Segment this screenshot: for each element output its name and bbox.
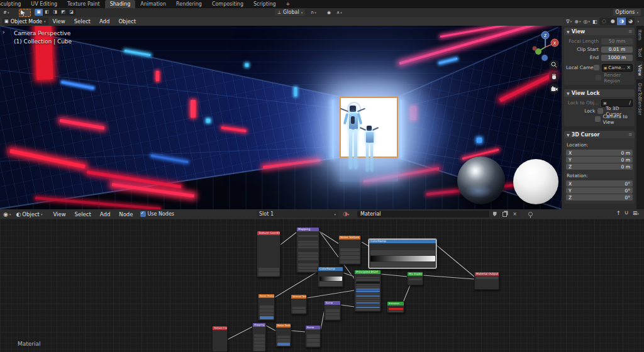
shading-rendered-icon[interactable]: ◕ (626, 18, 635, 25)
sidebar-tab-tool[interactable]: Tool (636, 44, 643, 61)
local-camera-field[interactable]: ▣ Came... × (602, 64, 633, 72)
local-camera-checkbox[interactable] (594, 65, 599, 70)
shader-type-dropdown[interactable]: ◐ Object▾ (16, 211, 42, 217)
shader-node-noise-texture[interactable]: Noise Texture (275, 323, 291, 347)
shader-node-texture-coordinate[interactable]: Texture Coordinate (257, 231, 280, 277)
shader-node-colorramp[interactable]: ColorRamp (369, 239, 436, 268)
proportional-edit-toggle[interactable]: ◉ (326, 9, 332, 16)
menu-view[interactable]: View (48, 18, 70, 25)
node-overlay-dropdown[interactable]: ⊞▾ (633, 210, 639, 216)
editor-type-dropdown[interactable]: ◉▾ (3, 211, 11, 217)
mode-dropdown[interactable]: ▣ Object Mode▾ (2, 18, 48, 25)
sidebar-tab-item[interactable]: Item (636, 26, 643, 44)
cursor-location-z[interactable]: Z0 m (566, 163, 633, 170)
active-tool-dropdown[interactable]: #▾ (2, 9, 10, 16)
zoom-button[interactable] (549, 60, 559, 70)
falloff-dropdown[interactable]: ∧▾ (335, 9, 343, 16)
material-name-field[interactable]: Material (357, 211, 489, 217)
tab-shading[interactable]: Shading (105, 0, 136, 8)
tab-rendering[interactable]: Rendering (171, 0, 207, 8)
view-section-header[interactable]: ▼View≡ (564, 28, 635, 35)
sidebar-tab-view[interactable]: View (636, 61, 643, 80)
toolbar-expand-arrow[interactable]: › (3, 29, 5, 35)
selectability-dropdown[interactable]: ∇▾ (566, 19, 572, 25)
overlays-dropdown[interactable]: ◎▾ (583, 19, 590, 25)
tab-sculpting[interactable]: Sculpting (0, 0, 26, 8)
menu-select[interactable]: Select (70, 18, 95, 25)
menu-object[interactable]: Object (114, 18, 140, 25)
transform-orientation-dropdown[interactable]: ⊥ Global▾ (275, 9, 305, 16)
navigation-gizmo[interactable]: Z X (530, 28, 560, 63)
shader-menu-add[interactable]: Add (96, 211, 114, 217)
gizmo-minus-z-axis[interactable] (541, 55, 548, 61)
view-lock-header[interactable]: ▼View Lock (564, 89, 635, 97)
shader-node-mix-shader[interactable]: Mix Shader (407, 272, 423, 285)
use-nodes-checkbox[interactable] (140, 211, 146, 217)
go-to-parent-icon[interactable]: ↑ (616, 210, 621, 216)
shading-options-caret[interactable]: ▾ (637, 19, 639, 23)
shader-menu-view[interactable]: View (48, 211, 70, 217)
select-mode-box-icon[interactable]: ◧ (43, 9, 51, 16)
shader-menu-node[interactable]: Node (114, 211, 137, 217)
node-row-field (277, 336, 290, 339)
tab-compositing[interactable]: Compositing (207, 0, 248, 8)
options-dropdown[interactable]: Options▾ (613, 9, 641, 16)
shader-node-texture-coordinate[interactable]: Texture Coordinate (212, 326, 228, 352)
select-mode-paint-icon[interactable]: ◪ (67, 9, 75, 16)
camera-view-button[interactable] (549, 84, 559, 94)
tab-scripting[interactable]: Scripting (248, 0, 281, 8)
viewport-scene[interactable]: › Camera Perspective (1) Collection | Cu… (0, 26, 562, 209)
xray-toggle[interactable]: ◧ (592, 19, 597, 25)
clear-camera-icon[interactable]: × (626, 65, 631, 70)
shader-node-mapping[interactable]: Mapping (296, 227, 319, 273)
cursor-location-y[interactable]: Y0 m (566, 157, 633, 163)
select-tool-button[interactable] (19, 9, 31, 17)
clip-start-field[interactable]: 0.01 m (601, 47, 633, 53)
shader-node-colorramp[interactable]: ColorRamp (318, 267, 343, 287)
shader-menu-select[interactable]: Select (70, 211, 96, 217)
pan-button[interactable] (549, 72, 559, 82)
shader-node-noise-texture[interactable]: Noise Texture (338, 235, 361, 265)
add-workspace-button[interactable]: + (281, 0, 296, 8)
select-mode-circle-icon[interactable]: ◨ (51, 9, 59, 16)
material-preview-icon[interactable]: ◑▾ (343, 211, 349, 217)
node-snap-icon[interactable]: ∩ (625, 210, 629, 216)
sidebar-tab-daztoblender[interactable]: DazToBlender (636, 79, 643, 119)
lock-to-3d-cursor-checkbox[interactable] (597, 108, 603, 114)
select-mode-lasso-icon[interactable]: ◩ (59, 9, 67, 16)
gizmo-minus-x-axis[interactable] (533, 47, 537, 51)
shader-node-mapping[interactable]: Mapping (252, 322, 266, 352)
fake-user-button[interactable] (490, 211, 499, 217)
shading-wireframe-icon[interactable]: ◌ (599, 18, 608, 25)
shader-node-noise-texture[interactable]: Noise Texture (258, 294, 275, 321)
clip-end-field[interactable]: 1000 m (601, 55, 633, 61)
pin-button[interactable] (526, 211, 535, 217)
snap-toggle[interactable]: ∩▾ (309, 9, 318, 16)
cursor-rotation-z[interactable]: Z0° (566, 194, 633, 201)
shader-node-principled-bsdf[interactable]: Principled BSDF (354, 270, 381, 312)
tab-texture-paint[interactable]: Texture Paint (62, 0, 105, 8)
cursor-rotation-y[interactable]: Y0° (566, 187, 633, 194)
shading-material-icon[interactable]: ◑ (617, 18, 626, 25)
copy-material-button[interactable] (500, 211, 509, 217)
cursor-rotation-x[interactable]: X0° (566, 180, 633, 187)
use-nodes-toggle[interactable]: Use Nodes (140, 211, 175, 217)
shader-node-bump[interactable]: Bump (324, 300, 341, 321)
tab-animation[interactable]: Animation (135, 0, 171, 8)
shader-node-voronoi-texture[interactable]: Voronoi Texture (291, 294, 307, 314)
menu-add[interactable]: Add (95, 18, 114, 25)
shader-node-material-output[interactable]: Material Output (474, 272, 499, 290)
material-slot-dropdown[interactable]: Slot 1▾ (257, 211, 338, 217)
cursor-location-x[interactable]: X0 m (566, 150, 633, 156)
gizmos-dropdown[interactable]: ⊕▾ (574, 19, 580, 25)
node-editor[interactable]: Texture CoordinateMappingNoise TextureCo… (0, 219, 644, 352)
unlink-material-button[interactable]: × (510, 211, 519, 217)
shader-node-bump[interactable]: Bump (305, 325, 321, 348)
node-row-field (340, 252, 360, 255)
tab-uv-editing[interactable]: UV Editing (26, 0, 62, 8)
shading-solid-icon[interactable]: ● (608, 18, 617, 25)
shader-node-emission[interactable]: Emission (387, 301, 404, 313)
camera-to-view-checkbox[interactable] (595, 116, 601, 122)
cursor-section-header[interactable]: ▼3D Cursor≡ (564, 131, 635, 138)
select-mode-tweak-icon[interactable]: ▣ (35, 9, 43, 16)
